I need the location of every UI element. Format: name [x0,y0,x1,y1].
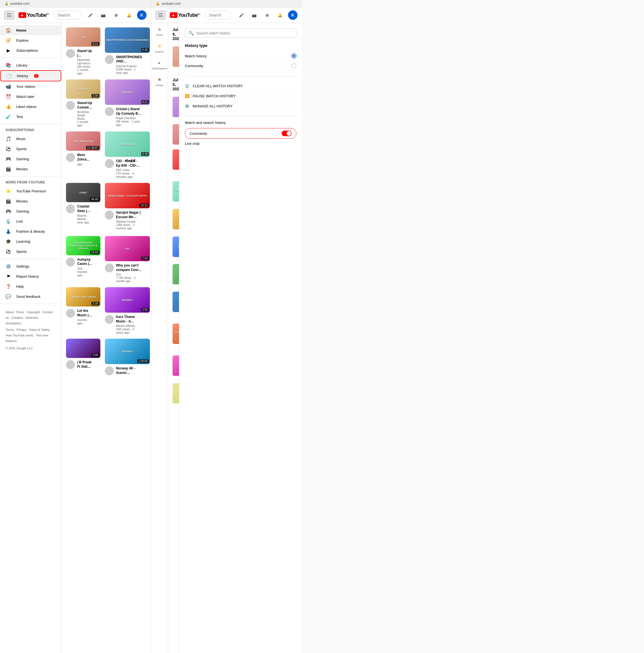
mic-button-right[interactable]: 🎤 [237,10,246,20]
sidebar-item-feedback[interactable]: 💬 Send feedback [0,291,61,301]
community-option[interactable]: Community [185,61,296,71]
history-video-h4[interactable]: Rang Rang 5:01 Rang Rang... aggutkarsh ·… [173,147,174,179]
video-card-v17[interactable]: NORWAY 2:55 Karz Theme Music - A humble … [105,287,150,334]
right-mini-sidebar: 🏠 Home 🧭 Explore ▶ Subscriptions 📚 Libra… [151,23,168,653]
manage-history-btn[interactable]: ⚙️ MANAGE ALL HISTORY [185,101,296,111]
history-video-h12[interactable]: All About All Abou... · 12K views ✕ ⋮ [173,381,174,406]
create-button-right[interactable]: 📷 [249,10,259,20]
video-title: Let the Music | Janhvi... [77,309,93,317]
sidebar-item-your-videos[interactable]: 📹 Your videos [0,81,61,92]
apps-button-right[interactable]: ⊞ [262,10,272,20]
hamburger-button[interactable] [4,11,14,19]
right-sidebar-home[interactable]: 🏠 Home [156,26,163,37]
youtube-logo[interactable]: YouTubeIN [19,12,49,18]
hamburger-button-right[interactable] [156,11,165,19]
video-card-v19[interactable]: 5:09 | B Praak Ft Sidiqui & Suni... ⋮ [66,339,100,376]
sidebar-item-music[interactable]: 🎵 Music [0,134,61,144]
history-video-h3[interactable]: KAI ZHALA 2M VIEWS 3:49 Leslie Lewi... S… [173,122,174,147]
video-card-v16[interactable]: 150 MILLION+ VIEWS 2:28 Let the Music | … [66,287,100,334]
sidebar-item-yt-premium[interactable]: ⭐ YouTube Premium [0,186,61,196]
notifications-button[interactable]: 🔔 [124,10,134,20]
create-button[interactable]: 📷 [98,10,108,20]
footer-link-developers[interactable]: Developers [6,322,21,325]
history-video-h11[interactable]: DJ Aqeela 4:59 DJ Aqee... Universal Musi… [173,353,174,381]
sidebar-item-movies2[interactable]: 🎬 Movies [0,196,61,206]
sidebar-item-gaming2[interactable]: 🎮 Gaming [0,206,61,216]
video-card-v8[interactable]: CID EP 938 9:38 CID - सीआईडी - Ep 938 - … [105,131,150,178]
history-video-h6[interactable]: Afreen Afreen 3:37 Afreen Afree... Sareg… [173,207,174,234]
pause-history-btn[interactable]: ⏸️ PAUSE WATCH HISTORY [185,91,296,101]
right-sidebar-library[interactable]: 📚 Library [156,77,164,87]
notifications-button-right[interactable]: 🔔 [275,10,285,20]
sidebar-label-movies: Movies [16,167,28,171]
date-label: Jul 5, 2020 [173,78,174,91]
sidebar-item-library[interactable]: 📚 Library [0,60,61,70]
sidebar-item-report-history[interactable]: ⚑ Report history [0,271,61,281]
history-video-h8[interactable]: LEJA LEJA RE VIDEO 4:35 Leja Leja... Pop… [173,262,174,289]
video-card-v1[interactable]: Jaa! 5:12 Stand Up | Abhishek Upmanyu Ab… [66,27,100,75]
avatar-button-right[interactable]: K [288,10,298,20]
video-card-v13[interactable]: Pfizer/BioNTech AstraZeneca Johnson & Jo… [66,236,100,283]
footer-link-about[interactable]: About [6,310,14,314]
video-card-v10[interactable]: JANET 49:48 Coastal Seas | FULL Manen Me… [66,183,100,231]
youtube-logo-right[interactable]: YouTubeIN [170,12,200,18]
watch-history-radio[interactable] [291,53,296,58]
sidebar-item-sports2[interactable]: ⚽ Sports [0,246,61,257]
sidebar-item-history[interactable]: 🕐 History 2 [0,70,61,81]
watch-history-option[interactable]: Watch history [185,51,296,61]
search-input-left[interactable] [54,11,81,19]
search-input-right[interactable] [205,11,232,19]
footer-link-policy[interactable]: Policy & Safety [29,328,50,331]
header-icons: 🎤 📷 ⊞ 🔔 K [85,10,147,20]
sidebar-item-movies[interactable]: 🎬 Movies [0,164,61,174]
footer-link-press[interactable]: Press [16,310,24,314]
video-card-v7[interactable]: Only Manna Day 11:38:07 Mere Zohra Jabee… [66,131,100,178]
sidebar-item-watch-later[interactable]: ⏰ Watch later [0,92,61,101]
mic-button[interactable]: 🎤 [85,10,95,20]
video-card-v14[interactable]: Vox 7:02 Why you can't compare Covid-19 … [105,236,150,283]
right-sidebar-subscriptions[interactable]: ▶ Subscriptions [152,60,167,70]
video-card-v5[interactable]: CRICKET 8:21 Cricket | Stand Up Comedy B… [105,79,150,127]
clear-all-history-btn[interactable]: 🗑️ CLEAR ALL WATCH HISTORY [185,81,296,91]
sidebar-item-subscriptions[interactable]: ▶ Subscriptions [0,45,61,55]
right-sidebar-explore[interactable]: 🧭 Explore [155,43,164,53]
sidebar-item-home[interactable]: 🏠 Home [0,25,61,35]
video-card-v11[interactable]: Sarojini Nagar - AAKASH GUPTA 10:31 Saro… [105,183,150,231]
video-meta: Stand Up | Abhishek Upmanyu Abhishek Upm… [77,49,93,75]
video-card-v4[interactable]: Stand-Up 2:34 Stand-Up Comedy by Anubhav… [66,79,100,127]
footer-link-how-yt[interactable]: How YouTube works [6,334,33,337]
live-chat-option[interactable]: Live chat [185,139,296,148]
sidebar-item-help[interactable]: ❓ Help [0,281,61,291]
comments-toggle[interactable]: Comments [185,128,296,139]
video-duration: 1:00:55 [137,359,149,363]
sidebar-item-sports[interactable]: ⚽ Sports [0,144,61,154]
video-meta: Norway 4K - Scenic Relaxation [116,366,142,376]
sidebar-item-test[interactable]: 🧪 Test [0,112,61,122]
video-card-v2[interactable]: SMARTPHONES AND PASSWORDS 6:35 SMARTPHON… [105,27,150,75]
search-history-input[interactable] [196,31,293,35]
video-card-v20[interactable]: NORWAY 1:00:55 Norway 4K - Scenic Relaxa… [105,339,150,376]
sidebar-item-gaming[interactable]: 🎮 Gaming [0,154,61,164]
footer-link-copyright[interactable]: Copyright [27,310,40,314]
footer-link-terms[interactable]: Terms [6,328,14,331]
community-radio[interactable] [291,63,296,68]
history-video-h2[interactable]: SA NI DHA PA 2M VIEWS 4:18 Colo... Cous.… [173,95,174,122]
video-title: Karz Theme Music - A humble tribute to t… [116,315,142,323]
history-video-h5[interactable]: Telephone Dhoon Mein SONG VIDEO 4K 3:30 … [173,179,174,207]
sidebar-item-liked-videos[interactable]: 👍 Liked videos [0,101,61,112]
sidebar-item-learning[interactable]: 🎓 Learning [0,236,61,246]
apps-button[interactable]: ⊞ [111,10,121,20]
avatar-button[interactable]: K [137,10,147,20]
footer-link-advertise[interactable]: Advertise [25,316,38,319]
history-video-h9[interactable]: Tu Tu Hai Wahi 4:28 Tu Tu Hai... jonty19… [173,289,174,321]
sidebar-item-settings[interactable]: ⚙️ Settings [0,261,61,271]
history-video-h1[interactable]: हम दोनो दो प्रेमी 4:34 हम दोनो दो प्रे..… [173,44,174,72]
sidebar-item-fashion[interactable]: 👗 Fashion & Beauty [0,226,61,236]
history-video-h10[interactable]: Kambakth Ishq VIDEO PYAAR TUNE KYA KIYA … [173,321,174,353]
footer-link-creators[interactable]: Creators [11,316,23,319]
footer-link-privacy[interactable]: Privacy [17,328,27,331]
sidebar-item-live[interactable]: 📡 Live [0,216,61,226]
comments-toggle-switch[interactable] [281,130,292,136]
sidebar-item-explore[interactable]: 🧭 Explore [0,35,61,45]
history-video-h7[interactable]: Piya Basanti 23M VIEWS 5:41 Ustad Sulta.… [173,234,174,262]
